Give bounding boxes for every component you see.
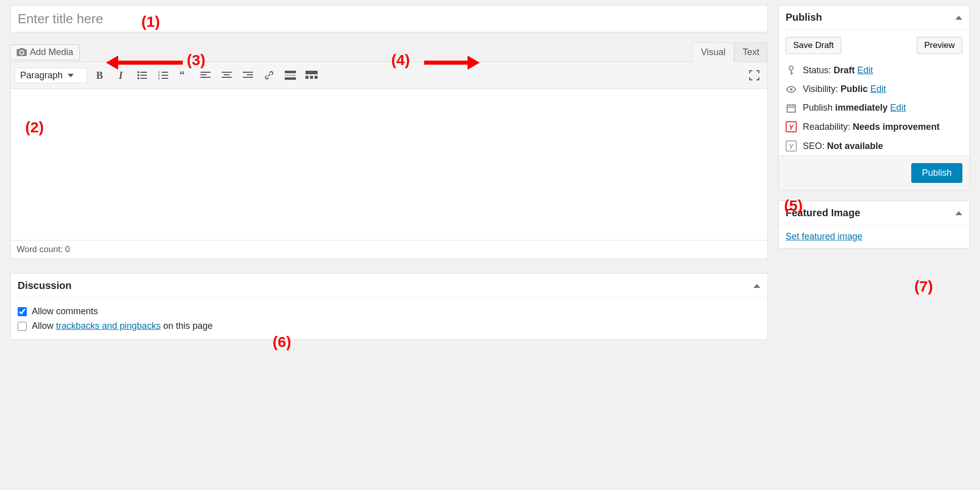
- seo-label: SEO:: [803, 141, 827, 151]
- svg-rect-32: [791, 73, 793, 74]
- publish-footer: Publish: [779, 156, 969, 190]
- svg-point-33: [790, 88, 793, 90]
- svg-rect-34: [787, 105, 795, 112]
- publish-panel-header[interactable]: Publish: [779, 6, 969, 30]
- camera-icon: [17, 48, 27, 57]
- status-row: Status: Draft Edit: [779, 61, 969, 80]
- trackbacks-link[interactable]: trackbacks and pingbacks: [56, 321, 161, 331]
- svg-rect-6: [140, 78, 147, 79]
- visibility-text: Visibility: Public Edit: [803, 84, 886, 94]
- preview-button[interactable]: Preview: [917, 37, 962, 54]
- featured-image-title: Featured Image: [786, 207, 860, 219]
- chevron-down-icon: [68, 74, 74, 77]
- yoast-readability-icon: Y: [786, 121, 797, 132]
- collapse-icon: [753, 284, 760, 288]
- publish-button[interactable]: Publish: [911, 163, 962, 183]
- tab-visual[interactable]: Visual: [692, 42, 734, 62]
- link-button[interactable]: [260, 66, 278, 84]
- fullscreen-button[interactable]: [745, 66, 763, 84]
- readability-text: Readability: Needs improvement: [803, 122, 940, 132]
- svg-rect-16: [200, 77, 211, 78]
- collapse-icon: [955, 211, 962, 215]
- svg-point-0: [24, 54, 26, 56]
- svg-rect-18: [224, 74, 230, 75]
- allow-trackbacks-suffix: on this page: [161, 321, 213, 331]
- editor-block: Add Media Visual Text (3) (4) Paragraph …: [10, 42, 768, 259]
- edit-schedule-link[interactable]: Edit: [890, 103, 906, 113]
- allow-trackbacks-label: Allow trackbacks and pingbacks on this p…: [32, 321, 213, 331]
- visibility-value: Public: [841, 84, 868, 94]
- allow-trackbacks-row: Allow trackbacks and pingbacks on this p…: [18, 319, 760, 333]
- bold-button[interactable]: B: [90, 66, 109, 84]
- svg-rect-4: [140, 75, 147, 76]
- seo-row: Y SEO: Not available: [779, 136, 969, 156]
- publish-panel: Publish Save Draft Preview Status: Draft…: [778, 5, 970, 190]
- add-media-label: Add Media: [30, 47, 73, 58]
- read-more-button[interactable]: [281, 66, 299, 84]
- svg-text:3: 3: [158, 77, 160, 80]
- readability-value: Needs improvement: [853, 122, 940, 132]
- save-draft-button[interactable]: Save Draft: [786, 37, 841, 54]
- featured-image-header[interactable]: Featured Image: [779, 201, 969, 225]
- svg-rect-20: [243, 72, 253, 73]
- svg-rect-29: [315, 76, 318, 79]
- readability-label: Readability:: [803, 122, 853, 132]
- content-editor[interactable]: [10, 89, 768, 240]
- publish-label: Publish: [803, 103, 835, 113]
- svg-rect-19: [222, 77, 232, 78]
- schedule-row: Publish immediately Edit: [779, 99, 969, 117]
- svg-rect-17: [222, 72, 232, 73]
- align-left-button[interactable]: [196, 66, 215, 84]
- add-media-button[interactable]: Add Media: [10, 44, 80, 60]
- side-column: Publish Save Draft Preview Status: Draft…: [778, 5, 970, 350]
- align-right-button[interactable]: [239, 66, 257, 84]
- svg-point-5: [137, 77, 139, 79]
- status-value: Draft: [834, 65, 855, 75]
- svg-point-1: [137, 71, 139, 73]
- featured-image-panel: Featured Image Set featured image: [778, 201, 970, 249]
- post-title-input[interactable]: [10, 5, 768, 32]
- svg-rect-10: [162, 75, 168, 76]
- svg-point-3: [137, 74, 139, 76]
- editor-toolbar: Paragraph B I 123 “: [10, 62, 768, 89]
- main-column: (1) Add Media Visual Text (3) (4): [10, 5, 768, 350]
- svg-rect-31: [791, 70, 792, 75]
- publish-actions-row: Save Draft Preview: [779, 30, 969, 61]
- format-label: Paragraph: [20, 70, 63, 81]
- featured-image-body: Set featured image: [779, 225, 969, 248]
- svg-rect-27: [305, 76, 308, 79]
- status-label: Status:: [803, 65, 834, 75]
- edit-visibility-link[interactable]: Edit: [870, 84, 886, 94]
- italic-button[interactable]: I: [112, 66, 130, 84]
- yoast-seo-icon: Y: [786, 140, 797, 152]
- edit-status-link[interactable]: Edit: [857, 65, 873, 75]
- toolbar-toggle-button[interactable]: [302, 66, 321, 84]
- svg-rect-8: [162, 72, 168, 73]
- allow-comments-checkbox[interactable]: [18, 307, 27, 316]
- discussion-title: Discussion: [18, 280, 72, 291]
- visibility-label: Visibility:: [803, 84, 841, 94]
- svg-rect-28: [310, 76, 313, 79]
- allow-comments-row: Allow comments: [18, 304, 760, 319]
- numbered-list-button[interactable]: 123: [154, 66, 172, 84]
- align-center-button[interactable]: [218, 66, 236, 84]
- discussion-panel-body: Allow comments Allow trackbacks and ping…: [11, 298, 767, 339]
- allow-trackbacks-prefix: Allow: [32, 321, 56, 331]
- annotation-7: (7): [914, 278, 933, 295]
- svg-text:“: “: [179, 71, 185, 80]
- media-row: Add Media Visual Text: [10, 42, 768, 62]
- tab-text[interactable]: Text: [734, 42, 768, 62]
- editor-status-bar: Word count: 0: [10, 240, 768, 259]
- svg-rect-23: [285, 71, 296, 73]
- format-dropdown[interactable]: Paragraph: [15, 68, 87, 83]
- eye-icon: [786, 86, 797, 93]
- discussion-panel-header[interactable]: Discussion: [11, 274, 767, 298]
- seo-text: SEO: Not available: [803, 141, 883, 152]
- svg-point-30: [789, 66, 793, 70]
- svg-rect-24: [285, 75, 296, 76]
- bullet-list-button[interactable]: [133, 66, 151, 84]
- blockquote-button[interactable]: “: [175, 66, 193, 84]
- set-featured-image-link[interactable]: Set featured image: [786, 231, 862, 241]
- svg-rect-22: [243, 77, 253, 78]
- allow-trackbacks-checkbox[interactable]: [18, 322, 27, 331]
